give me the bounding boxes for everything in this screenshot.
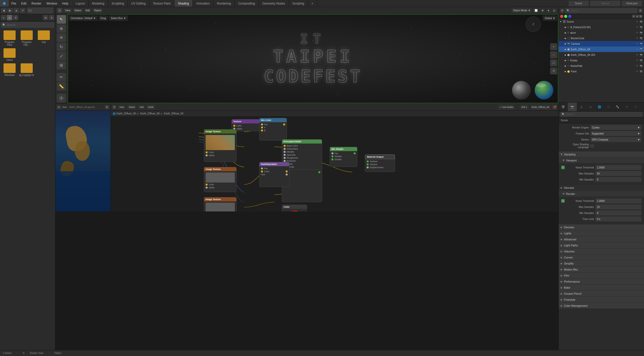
tab-add[interactable]: + [308,0,317,7]
performance-section[interactable]: ▶ Performance ⋮ [559,279,644,285]
p-sock-metal[interactable] [284,151,286,153]
view-btn[interactable]: View [63,8,72,13]
tool-cursor[interactable]: ⊕ [57,24,66,33]
tab-layout[interactable]: Layout [72,0,89,7]
vp-maxsamples-value[interactable]: 50 [595,171,641,176]
viewlayer-selector[interactable]: ViewLayer [622,1,642,6]
film-section[interactable]: ▶ Film [559,273,644,279]
color-management-section[interactable]: ▶ Color Management [559,303,644,309]
prop-icon-output[interactable]: 🖨 [577,103,586,111]
curves-section[interactable]: ▶ Curves [559,254,644,260]
blender-menu[interactable]: 🔷 [0,0,9,7]
vp-noise-value[interactable]: 1.0000 [595,165,641,170]
item-4-eye[interactable]: 👁 [635,48,639,51]
file-item-1[interactable]: Program File... [19,30,34,46]
outliner-item-2[interactable]: ▶ ◯ BezierCircle 👁 📷 [559,35,644,41]
light-paths-tool[interactable]: ⋮ [640,244,642,247]
device-dropdown[interactable]: GPU Compute ▼ [590,137,641,142]
r-minsamples-value[interactable]: 0 [595,210,641,215]
node-node-btn[interactable]: Node [146,104,155,110]
node-image-1[interactable]: Image Texture Color Alpha [204,129,237,162]
scene-selector[interactable]: Scene [569,1,589,6]
view-grid[interactable]: ⊞ [7,15,12,20]
use-nodes-btn[interactable]: ✓ Use Nodes [498,104,515,110]
outliner-item-6[interactable]: ▶ ✛ Empty 👁 📷 [559,58,644,63]
back-button[interactable]: ◀ [1,8,7,13]
node-select-btn[interactable]: Select [127,104,136,110]
feature-set-dropdown[interactable]: Supported ▼ [590,131,641,136]
hue-out[interactable] [286,170,288,172]
refresh-button[interactable]: ↺ [20,8,25,13]
scene-eye[interactable]: 👁 [635,20,639,23]
view-details[interactable]: ☰ [13,15,18,20]
node-view-btn[interactable]: View [118,104,126,110]
denoise-subsection-1[interactable]: ▶ Denoise [559,185,644,191]
select-mode[interactable]: Select Box ▼ [109,15,128,21]
viewport-3d[interactable]: IT TAIPEI CODEFEST Orientation: Default [67,14,558,103]
socket-alpha-out[interactable] [206,154,208,156]
node-material-output[interactable]: Material Output Surface Volume Displacem… [365,154,395,172]
hue-color[interactable] [261,170,263,172]
node-mix-shader[interactable]: Mix Shader Fac Shader Shader [330,147,357,167]
grease-pencil-section[interactable]: ▶ Grease Pencil [559,291,644,297]
performance-tool[interactable]: ⋮ [640,280,642,283]
props-search-input[interactable]: 🔍 Search [560,112,642,117]
tool-rotate[interactable]: ↻ [57,43,66,51]
vp-noise-checkbox[interactable]: ✓ [561,166,565,169]
prop-icon-viewlayer[interactable]: 🗂 [586,103,595,111]
freestyle-section[interactable]: ▶ Freestyle [559,297,644,303]
item-5-cam[interactable]: 📷 [639,54,643,56]
img2-alpha[interactable] [206,187,208,189]
tab-texture-paint[interactable]: Texture Paint [149,0,174,7]
gizmo-btn[interactable]: ⊕ [540,8,545,13]
ms-shader2[interactable] [331,158,333,160]
socket-in-a[interactable] [261,126,263,128]
bake-section[interactable]: ▶ Bake [559,285,644,291]
node-img-tex-3[interactable]: Image Texture Color Alpha [204,197,237,211]
select-btn[interactable]: Select [73,8,83,13]
item-2-cam[interactable]: 📷 [639,37,643,39]
item-0-eye[interactable]: 👁 [635,26,639,28]
prop-icon-world[interactable]: 🌐 [595,103,604,111]
tab-rendering[interactable]: Rendering [213,0,235,7]
filter-icon[interactable]: ⊞ [638,9,642,13]
image-view-icon[interactable]: ⊡ [57,105,61,109]
node-img-tex-2[interactable]: Image Texture Color Alpha [204,167,237,192]
light-paths-section[interactable]: ▶ Light Paths ⋮ [559,242,644,248]
object-btn[interactable]: Object [92,8,103,13]
tool-select[interactable]: ↖ [57,15,66,24]
item-4-cam[interactable]: 📷 [639,48,643,51]
orientation-dropdown[interactable]: Orientation: Default ▼ [69,15,98,21]
ms-fac[interactable] [331,152,333,154]
camera-view-btn[interactable]: 🎥 [550,59,557,66]
tab-sculpting[interactable]: Sculpting [108,0,128,7]
simplify-section[interactable]: ▶ Simplify [559,260,644,266]
img2-color[interactable] [206,184,208,186]
item-6-cam[interactable]: 📷 [639,59,643,62]
node-hue-sat[interactable]: Hue/Saturation Fac Color Hue [259,162,289,187]
item-7-cam[interactable]: 📷 [639,65,643,67]
socket-in-fac[interactable] [261,123,263,125]
outliner-search[interactable]: 🔍 Search [565,8,637,13]
socket-in-b[interactable] [261,129,263,131]
cursor-toggle[interactable]: ⊕ [635,15,639,18]
outliner-item-1[interactable]: ▶ ⊙ atom 👁 📷 [559,30,644,35]
scene-item[interactable]: ▼ 🎬 Scene 👁 📷 [559,19,644,24]
p-sock-rough[interactable] [284,157,286,159]
hue-fac[interactable] [261,167,263,169]
advanced-section[interactable]: ▶ Advanced [559,236,644,242]
tab-scripting[interactable]: Scripting [289,0,308,7]
socket-color-out[interactable] [206,151,208,153]
outliner-item-4[interactable]: ▶ ⬤ Earth_Diffuse_6K 👁 📷 [559,47,644,52]
sort-button[interactable]: ⇅ [49,15,54,20]
menu-file[interactable]: File [9,0,19,7]
viewport-nav-gizmo[interactable]: Z [526,17,541,32]
outliner-item-0[interactable]: ▶ ⊙ ill_Particie102.001 👁 📷 [559,24,644,30]
search-global[interactable]: Search [590,1,620,6]
item-1-eye[interactable]: 👁 [635,31,639,34]
add-btn[interactable]: Add [84,8,91,13]
file-item-4[interactable]: Windows [2,63,17,77]
file-search[interactable]: 🔍 Search [1,22,54,28]
prop-icon-render[interactable]: 📷 [568,103,577,111]
file-item-0[interactable]: Program Files [2,30,17,46]
